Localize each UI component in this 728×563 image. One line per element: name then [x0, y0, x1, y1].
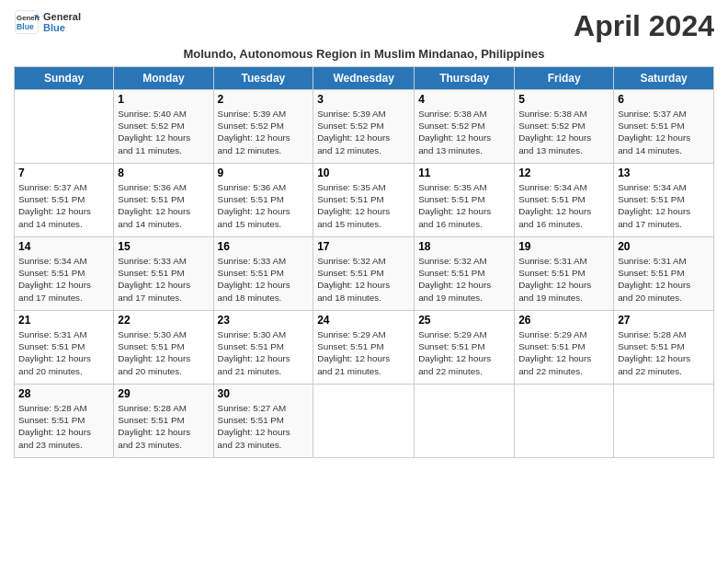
weekday-header: Friday: [515, 67, 614, 90]
day-number: 26: [518, 314, 609, 327]
day-info: Sunrise: 5:34 AM Sunset: 5:51 PM Dayligh…: [518, 181, 609, 230]
day-number: 16: [218, 240, 310, 253]
weekday-header: Tuesday: [213, 67, 313, 90]
calendar-day-cell: [415, 385, 515, 458]
calendar-day-cell: 8Sunrise: 5:36 AM Sunset: 5:51 PM Daylig…: [114, 164, 213, 237]
calendar-day-cell: 30Sunrise: 5:27 AM Sunset: 5:51 PM Dayli…: [213, 385, 313, 458]
day-info: Sunrise: 5:30 AM Sunset: 5:51 PM Dayligh…: [218, 328, 310, 377]
day-number: 19: [518, 240, 609, 253]
calendar-day-cell: 20Sunrise: 5:31 AM Sunset: 5:51 PM Dayli…: [614, 237, 714, 311]
day-number: 25: [418, 314, 510, 327]
day-info: Sunrise: 5:29 AM Sunset: 5:51 PM Dayligh…: [418, 328, 510, 377]
calendar-day-cell: 27Sunrise: 5:28 AM Sunset: 5:51 PM Dayli…: [614, 311, 714, 385]
calendar-day-cell: 22Sunrise: 5:30 AM Sunset: 5:51 PM Dayli…: [114, 311, 213, 385]
calendar-day-cell: 4Sunrise: 5:38 AM Sunset: 5:52 PM Daylig…: [415, 90, 515, 164]
day-info: Sunrise: 5:34 AM Sunset: 5:51 PM Dayligh…: [18, 255, 109, 304]
day-info: Sunrise: 5:29 AM Sunset: 5:51 PM Dayligh…: [317, 328, 410, 377]
day-number: 13: [618, 167, 710, 179]
day-number: 18: [418, 240, 510, 253]
day-info: Sunrise: 5:33 AM Sunset: 5:51 PM Dayligh…: [218, 255, 310, 304]
calendar-day-cell: 9Sunrise: 5:36 AM Sunset: 5:51 PM Daylig…: [213, 164, 313, 237]
day-number: 4: [418, 93, 510, 106]
calendar-week-row: 28Sunrise: 5:28 AM Sunset: 5:51 PM Dayli…: [15, 385, 714, 458]
calendar-day-cell: 24Sunrise: 5:29 AM Sunset: 5:51 PM Dayli…: [313, 311, 415, 385]
day-info: Sunrise: 5:38 AM Sunset: 5:52 PM Dayligh…: [518, 108, 609, 156]
day-info: Sunrise: 5:37 AM Sunset: 5:51 PM Dayligh…: [18, 181, 109, 230]
calendar-week-row: 1Sunrise: 5:40 AM Sunset: 5:52 PM Daylig…: [15, 90, 714, 164]
day-number: 2: [218, 93, 310, 106]
calendar-day-cell: 15Sunrise: 5:33 AM Sunset: 5:51 PM Dayli…: [114, 237, 213, 311]
day-info: Sunrise: 5:35 AM Sunset: 5:51 PM Dayligh…: [317, 181, 410, 230]
calendar-day-cell: [515, 385, 614, 458]
day-info: Sunrise: 5:33 AM Sunset: 5:51 PM Dayligh…: [118, 255, 209, 304]
day-info: Sunrise: 5:28 AM Sunset: 5:51 PM Dayligh…: [618, 328, 710, 377]
calendar-day-cell: 10Sunrise: 5:35 AM Sunset: 5:51 PM Dayli…: [313, 164, 415, 237]
day-info: Sunrise: 5:38 AM Sunset: 5:52 PM Dayligh…: [418, 108, 510, 156]
day-number: 30: [218, 387, 310, 400]
day-number: 9: [218, 167, 310, 179]
calendar-day-cell: 19Sunrise: 5:31 AM Sunset: 5:51 PM Dayli…: [515, 237, 614, 311]
weekday-header: Wednesday: [313, 67, 415, 90]
day-number: 17: [317, 240, 410, 253]
weekday-header: Sunday: [15, 67, 114, 90]
day-info: Sunrise: 5:27 AM Sunset: 5:51 PM Dayligh…: [218, 402, 310, 451]
calendar-table: SundayMondayTuesdayWednesdayThursdayFrid…: [14, 66, 714, 458]
day-number: 11: [418, 167, 510, 179]
day-info: Sunrise: 5:32 AM Sunset: 5:51 PM Dayligh…: [418, 255, 510, 304]
day-info: Sunrise: 5:34 AM Sunset: 5:51 PM Dayligh…: [618, 181, 710, 230]
calendar-day-cell: [313, 385, 415, 458]
day-number: 22: [118, 314, 209, 327]
weekday-header: Thursday: [415, 67, 515, 90]
day-number: 21: [18, 314, 109, 327]
day-info: Sunrise: 5:31 AM Sunset: 5:51 PM Dayligh…: [618, 255, 710, 304]
page-subtitle: Molundo, Autonomous Region in Muslim Min…: [14, 47, 714, 61]
day-number: 8: [118, 167, 209, 179]
day-number: 14: [18, 240, 109, 253]
calendar-day-cell: 5Sunrise: 5:38 AM Sunset: 5:52 PM Daylig…: [515, 90, 614, 164]
calendar-day-cell: 23Sunrise: 5:30 AM Sunset: 5:51 PM Dayli…: [213, 311, 313, 385]
day-number: 3: [317, 93, 410, 106]
weekday-header: Monday: [114, 67, 213, 90]
day-info: Sunrise: 5:40 AM Sunset: 5:52 PM Dayligh…: [118, 108, 209, 156]
logo-icon: General Blue: [14, 9, 40, 35]
page-header: General Blue General Blue April 2024: [14, 9, 714, 43]
calendar-day-cell: 3Sunrise: 5:39 AM Sunset: 5:52 PM Daylig…: [313, 90, 415, 164]
calendar-day-cell: 2Sunrise: 5:39 AM Sunset: 5:52 PM Daylig…: [213, 90, 313, 164]
logo: General Blue General Blue: [14, 9, 81, 35]
day-number: 1: [118, 93, 209, 106]
day-info: Sunrise: 5:29 AM Sunset: 5:51 PM Dayligh…: [518, 328, 609, 377]
svg-text:Blue: Blue: [17, 22, 34, 31]
month-title: April 2024: [574, 9, 714, 43]
day-number: 15: [118, 240, 209, 253]
day-number: 27: [618, 314, 710, 327]
calendar-day-cell: 1Sunrise: 5:40 AM Sunset: 5:52 PM Daylig…: [114, 90, 213, 164]
day-info: Sunrise: 5:36 AM Sunset: 5:51 PM Dayligh…: [218, 181, 310, 230]
day-info: Sunrise: 5:30 AM Sunset: 5:51 PM Dayligh…: [118, 328, 209, 377]
weekday-header-row: SundayMondayTuesdayWednesdayThursdayFrid…: [15, 67, 714, 90]
calendar-day-cell: 18Sunrise: 5:32 AM Sunset: 5:51 PM Dayli…: [415, 237, 515, 311]
calendar-day-cell: 16Sunrise: 5:33 AM Sunset: 5:51 PM Dayli…: [213, 237, 313, 311]
day-number: 10: [317, 167, 410, 179]
day-number: 5: [518, 93, 609, 106]
calendar-day-cell: 7Sunrise: 5:37 AM Sunset: 5:51 PM Daylig…: [15, 164, 114, 237]
calendar-day-cell: [614, 385, 714, 458]
calendar-day-cell: 21Sunrise: 5:31 AM Sunset: 5:51 PM Dayli…: [15, 311, 114, 385]
calendar-day-cell: [15, 90, 114, 164]
calendar-day-cell: 13Sunrise: 5:34 AM Sunset: 5:51 PM Dayli…: [614, 164, 714, 237]
day-info: Sunrise: 5:32 AM Sunset: 5:51 PM Dayligh…: [317, 255, 410, 304]
calendar-day-cell: 17Sunrise: 5:32 AM Sunset: 5:51 PM Dayli…: [313, 237, 415, 311]
day-number: 7: [18, 167, 109, 179]
day-number: 20: [618, 240, 710, 253]
calendar-day-cell: 12Sunrise: 5:34 AM Sunset: 5:51 PM Dayli…: [515, 164, 614, 237]
calendar-day-cell: 6Sunrise: 5:37 AM Sunset: 5:51 PM Daylig…: [614, 90, 714, 164]
day-number: 12: [518, 167, 609, 179]
day-number: 24: [317, 314, 410, 327]
day-info: Sunrise: 5:37 AM Sunset: 5:51 PM Dayligh…: [618, 108, 710, 156]
calendar-day-cell: 11Sunrise: 5:35 AM Sunset: 5:51 PM Dayli…: [415, 164, 515, 237]
logo-text: General Blue: [43, 11, 81, 33]
calendar-day-cell: 28Sunrise: 5:28 AM Sunset: 5:51 PM Dayli…: [15, 385, 114, 458]
day-number: 29: [118, 387, 209, 400]
calendar-day-cell: 29Sunrise: 5:28 AM Sunset: 5:51 PM Dayli…: [114, 385, 213, 458]
calendar-day-cell: 26Sunrise: 5:29 AM Sunset: 5:51 PM Dayli…: [515, 311, 614, 385]
day-number: 28: [18, 387, 109, 400]
